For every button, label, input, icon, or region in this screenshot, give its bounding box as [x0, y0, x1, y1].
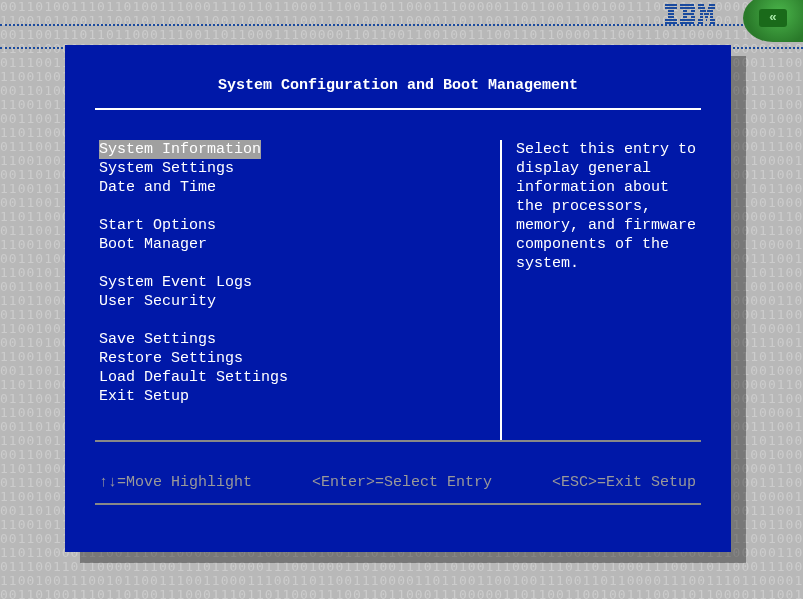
svg-rect-31: [698, 22, 703, 24]
menu-item-date-and-time[interactable]: Date and Time: [99, 178, 216, 197]
svg-rect-19: [708, 7, 715, 9]
svg-rect-22: [700, 13, 703, 15]
svg-rect-26: [705, 16, 708, 18]
page-title: System Configuration and Boot Management: [95, 77, 701, 94]
svg-rect-23: [704, 13, 709, 15]
svg-rect-8: [680, 7, 695, 9]
badge-icon: «: [759, 9, 787, 27]
menu-column: System InformationSystem SettingsDate an…: [95, 140, 500, 440]
hint-exit: <ESC>=Exit Setup: [552, 474, 696, 491]
menu-group: System Event LogsUser Security: [99, 273, 500, 311]
menu-group: Save SettingsRestore SettingsLoad Defaul…: [99, 330, 500, 406]
svg-rect-24: [710, 13, 713, 15]
menu-item-restore-settings[interactable]: Restore Settings: [99, 349, 243, 368]
hint-move: ↑↓=Move Highlight: [99, 474, 252, 491]
svg-rect-17: [709, 4, 715, 6]
svg-rect-9: [683, 10, 687, 12]
svg-rect-16: [698, 4, 704, 6]
help-text: Select this entry to display general inf…: [502, 140, 701, 440]
footer-divider-top: [95, 440, 701, 442]
bios-window: System Configuration and Boot Management…: [65, 45, 731, 552]
menu-group: System InformationSystem SettingsDate an…: [99, 140, 500, 197]
menu-item-exit-setup[interactable]: Exit Setup: [99, 387, 189, 406]
svg-rect-11: [683, 13, 694, 15]
ibm-logo: [665, 4, 715, 24]
badge[interactable]: «: [743, 0, 803, 42]
svg-rect-10: [691, 10, 695, 12]
svg-rect-3: [668, 13, 674, 15]
menu-item-system-event-logs[interactable]: System Event Logs: [99, 273, 252, 292]
svg-rect-20: [700, 10, 706, 12]
svg-rect-28: [698, 19, 703, 21]
menu-group: Start OptionsBoot Manager: [99, 216, 500, 254]
footer-hints: ↑↓=Move Highlight <Enter>=Select Entry <…: [95, 462, 701, 503]
svg-rect-18: [698, 7, 705, 9]
title-divider: [95, 108, 701, 110]
svg-rect-30: [710, 19, 715, 21]
hint-select: <Enter>=Select Entry: [312, 474, 492, 491]
svg-rect-1: [665, 7, 677, 9]
svg-rect-32: [710, 22, 715, 24]
svg-rect-2: [668, 10, 674, 12]
menu-item-save-settings[interactable]: Save Settings: [99, 330, 216, 349]
footer-divider-bottom: [95, 503, 701, 505]
svg-rect-21: [707, 10, 713, 12]
svg-rect-0: [665, 4, 677, 6]
svg-rect-14: [680, 19, 695, 21]
menu-item-system-settings[interactable]: System Settings: [99, 159, 234, 178]
svg-rect-5: [665, 19, 677, 21]
menu-item-start-options[interactable]: Start Options: [99, 216, 216, 235]
menu-item-boot-manager[interactable]: Boot Manager: [99, 235, 207, 254]
svg-rect-27: [710, 16, 713, 18]
svg-rect-15: [680, 22, 694, 24]
menu-item-system-information[interactable]: System Information: [99, 140, 261, 159]
svg-rect-13: [691, 16, 695, 18]
svg-rect-12: [683, 16, 687, 18]
svg-rect-29: [706, 19, 707, 21]
svg-rect-6: [665, 22, 677, 24]
svg-rect-4: [668, 16, 674, 18]
menu-item-load-default-settings[interactable]: Load Default Settings: [99, 368, 288, 387]
menu-item-user-security[interactable]: User Security: [99, 292, 216, 311]
svg-rect-7: [680, 4, 694, 6]
svg-rect-25: [700, 16, 703, 18]
